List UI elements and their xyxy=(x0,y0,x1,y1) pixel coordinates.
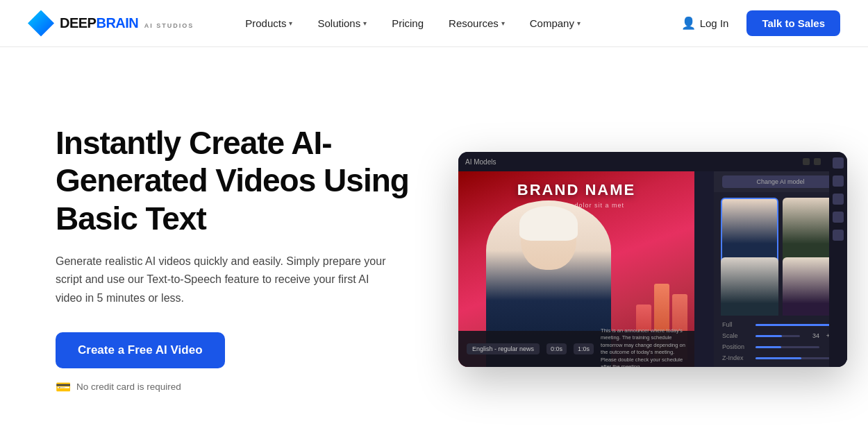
language-badge: English - regular news xyxy=(467,343,540,354)
hero-content: Instantly Create AI-Generated Videos Usi… xyxy=(56,124,417,395)
control-position: Position 24 xyxy=(722,343,839,350)
hero-mockup-container: AI Models BRAND NAME Lorem ipsum dolor s… xyxy=(458,152,847,367)
slider-full[interactable] xyxy=(756,324,839,326)
nav-item-products[interactable]: Products ▾ xyxy=(235,12,302,35)
credit-card-icon: 💳 xyxy=(56,379,71,395)
panel-icon-1[interactable] xyxy=(833,157,844,169)
hero-section: Instantly Create AI-Generated Videos Usi… xyxy=(0,47,868,437)
panel-icon-column xyxy=(829,152,847,367)
no-credit-card-notice: 💳 No credit card is required xyxy=(56,379,417,395)
product-mockup: AI Models BRAND NAME Lorem ipsum dolor s… xyxy=(458,152,847,367)
slider-position[interactable] xyxy=(756,346,819,348)
panel-subheader: Change AI model xyxy=(714,171,847,192)
control-scale: Scale 34 +1% xyxy=(722,332,839,339)
nav-item-pricing[interactable]: Pricing xyxy=(382,12,433,35)
panel-icon-4[interactable] xyxy=(833,212,844,223)
talk-to-sales-button[interactable]: Talk to Sales xyxy=(746,10,840,36)
chevron-down-icon: ▾ xyxy=(363,19,367,27)
nav-links: Products ▾ Solutions ▾ Pricing Resources… xyxy=(235,12,671,35)
mockup-title: AI Models xyxy=(465,158,496,166)
brand-name: BRAND NAME xyxy=(458,181,694,199)
avatar-hair xyxy=(519,206,578,241)
navbar: DEEPBRAIN AI STUDIOS Products ▾ Solution… xyxy=(0,0,868,47)
login-button[interactable]: 👤 Log In xyxy=(671,10,739,36)
mockup-icon-1 xyxy=(803,158,810,165)
control-zindex: Z-Index xyxy=(722,354,839,361)
slider-zindex[interactable] xyxy=(756,357,839,359)
chevron-down-icon: ▾ xyxy=(289,19,292,27)
create-free-video-button[interactable]: Create a Free AI Video xyxy=(56,332,225,368)
model-card-3[interactable] xyxy=(721,257,778,316)
hero-title: Instantly Create AI-Generated Videos Usi… xyxy=(56,124,417,237)
logo[interactable]: DEEPBRAIN AI STUDIOS xyxy=(28,10,194,37)
panel-controls: Full Scale 34 +1% Position 24 xyxy=(714,316,847,367)
model-figure-3 xyxy=(721,257,778,316)
nav-item-company[interactable]: Company ▾ xyxy=(520,12,590,35)
mockup-icon-2 xyxy=(814,158,821,165)
mockup-topbar: AI Models xyxy=(458,152,829,171)
ai-models-panel: Change AI model xyxy=(714,171,847,367)
hero-description: Generate realistic AI videos quickly and… xyxy=(56,252,396,307)
model-grid xyxy=(714,192,847,316)
nav-item-resources[interactable]: Resources ▾ xyxy=(439,12,515,35)
logo-icon xyxy=(28,10,54,37)
panel-icon-3[interactable] xyxy=(833,194,844,205)
nav-right: 👤 Log In Talk to Sales xyxy=(671,10,840,36)
nav-item-solutions[interactable]: Solutions ▾ xyxy=(308,12,376,35)
panel-icon-2[interactable] xyxy=(833,175,844,187)
panel-icon-5[interactable] xyxy=(833,230,844,241)
script-text: This is an announcer where today's meeti… xyxy=(601,327,686,368)
chevron-down-icon: ▾ xyxy=(577,19,581,27)
mockup-script-bar: English - regular news 0:0s 1:0s This is… xyxy=(458,331,694,367)
time-badge-start: 0:0s xyxy=(546,343,567,354)
mockup-topbar-icons xyxy=(803,158,821,165)
time-badge-end: 1:0s xyxy=(574,343,594,354)
chevron-down-icon: ▾ xyxy=(501,19,505,27)
control-full: Full xyxy=(722,321,839,328)
logo-text: DEEPBRAIN AI STUDIOS xyxy=(60,15,194,31)
slider-scale[interactable] xyxy=(756,335,800,337)
user-icon: 👤 xyxy=(681,16,696,31)
change-model-btn[interactable]: Change AI model xyxy=(722,175,839,188)
